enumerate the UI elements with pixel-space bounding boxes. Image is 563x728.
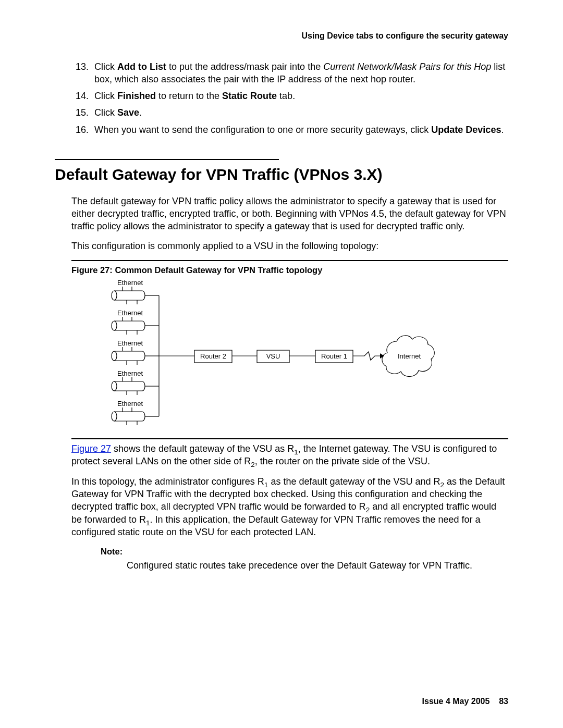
section-heading: Default Gateway for VPN Traffic (VPNos 3… xyxy=(55,164,508,186)
note-label: Note: xyxy=(101,546,508,557)
vsu-label: VSU xyxy=(266,352,280,360)
step-14: Click Finished to return to the Static R… xyxy=(91,90,508,102)
svg-point-11 xyxy=(112,351,117,361)
svg-text:Ethernet: Ethernet xyxy=(117,400,143,408)
svg-point-23 xyxy=(112,412,117,421)
router2-label: Router 2 xyxy=(200,352,226,360)
figure-caption: Figure 27: Common Default Gateway for VP… xyxy=(71,264,508,276)
svg-point-0 xyxy=(112,291,117,300)
step-16: When you want to send the configuration … xyxy=(91,124,508,136)
document-page: Using Device tabs to configure the secur… xyxy=(0,0,563,728)
paragraph: Figure 27 shows the default gateway of t… xyxy=(71,442,508,468)
section-body: The default gateway for VPN traffic poli… xyxy=(71,195,508,572)
topology-svg: .lbl { font: 13px Arial, sans-serif; } .… xyxy=(111,279,445,435)
ethernet-label: Ethernet xyxy=(117,279,143,287)
section-divider xyxy=(55,159,279,160)
figure-bottom-rule xyxy=(71,438,508,439)
numbered-steps: Click Add to List to put the address/mas… xyxy=(55,60,508,136)
running-header: Using Device tabs to configure the secur… xyxy=(55,30,508,42)
note-body: Configured static routes take precedence… xyxy=(127,559,508,572)
paragraph: In this topology, the administrator conf… xyxy=(71,475,508,538)
internet-label: Internet xyxy=(398,352,421,360)
footer-page-number: 83 xyxy=(499,697,508,706)
step-15: Click Save. xyxy=(91,106,508,119)
svg-text:Ethernet: Ethernet xyxy=(117,339,143,347)
footer-issue: Issue 4 May 2005 xyxy=(422,697,490,706)
step-13: Click Add to List to put the address/mas… xyxy=(91,60,508,86)
svg-point-17 xyxy=(112,381,117,391)
svg-point-5 xyxy=(112,321,117,330)
router1-label: Router 1 xyxy=(321,352,347,360)
paragraph: This configuration is commonly applied t… xyxy=(71,240,508,252)
figure-diagram: .lbl { font: 13px Arial, sans-serif; } .… xyxy=(111,279,508,435)
figure-link[interactable]: Figure 27 xyxy=(71,443,111,454)
svg-text:Ethernet: Ethernet xyxy=(117,369,143,377)
paragraph: The default gateway for VPN traffic poli… xyxy=(71,195,508,233)
page-footer: Issue 4 May 2005 83 xyxy=(422,696,508,707)
svg-text:Ethernet: Ethernet xyxy=(117,309,143,317)
figure-top-rule xyxy=(71,260,508,261)
